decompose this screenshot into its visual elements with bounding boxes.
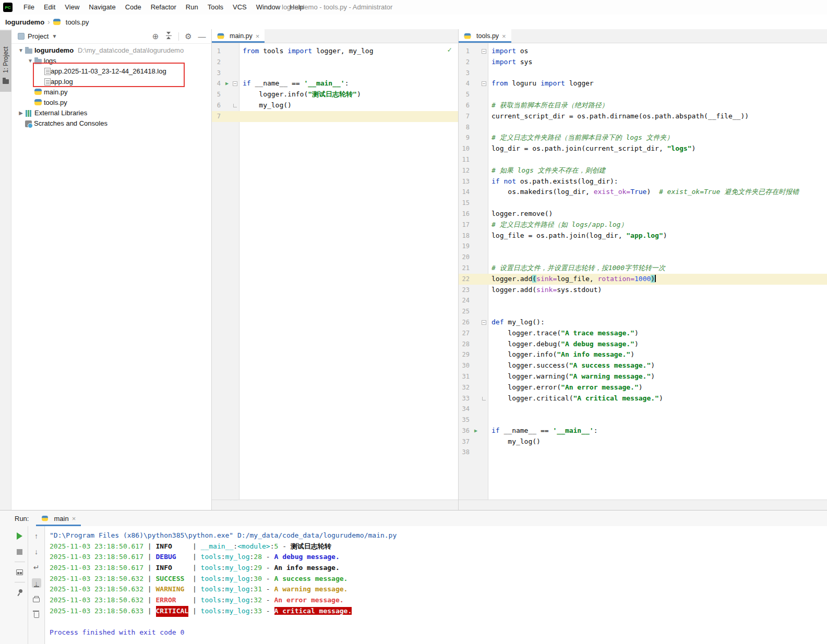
code-line-2[interactable]: 2import sys: [459, 57, 827, 68]
code-line-9[interactable]: 9# 定义日志文件夹路径（当前脚本目录下的 logs 文件夹）: [459, 132, 827, 143]
code-line-32[interactable]: 32 logger.error("An error message."): [459, 382, 827, 393]
fold-collapse-icon[interactable]: −: [482, 49, 486, 54]
close-icon[interactable]: ×: [502, 32, 506, 40]
gear-icon[interactable]: ⚙: [183, 32, 194, 41]
code-line-18[interactable]: 18log_file = os.path.join(log_dir, "app.…: [459, 230, 827, 241]
tool-window-project-label[interactable]: 1: Project: [2, 46, 9, 73]
code-line-33[interactable]: 33 logger.critical("A critical message."…: [459, 393, 827, 404]
clear-all-button[interactable]: [32, 610, 41, 619]
menu-code[interactable]: Code: [121, 0, 146, 15]
code-line-14[interactable]: 14 os.makedirs(log_dir, exist_ok=True) #…: [459, 187, 827, 198]
code-line-1[interactable]: 1from tools import logger, my_log: [212, 46, 458, 57]
tree-item-tools-py[interactable]: tools.py: [11, 97, 211, 107]
restore-layout-button[interactable]: [15, 567, 25, 577]
collapse-all-icon[interactable]: [164, 32, 174, 41]
chevron-down-icon[interactable]: ▼: [17, 47, 25, 53]
code-line-6[interactable]: 6 my_log(): [212, 100, 458, 111]
locate-file-icon[interactable]: ⊕: [150, 32, 161, 41]
code-line-19[interactable]: 19: [459, 241, 827, 252]
code-line-10[interactable]: 10log_dir = os.path.join(current_script_…: [459, 143, 827, 154]
fold-collapse-icon[interactable]: −: [233, 81, 237, 86]
tree-item-app-log[interactable]: app.log: [11, 76, 211, 87]
menu-refactor[interactable]: Refactor: [146, 0, 181, 15]
tree-item-scratches-and-consoles[interactable]: Scratches and Consoles: [11, 118, 211, 128]
code-line-36[interactable]: 36▶if __name__ == '__main__':: [459, 426, 827, 436]
chevron-down-icon[interactable]: ▼: [52, 33, 57, 39]
code-line-22[interactable]: 22logger.add(sink=log_file, rotation=100…: [459, 274, 827, 285]
code-line-3[interactable]: 3: [212, 68, 458, 79]
scroll-to-end-button[interactable]: ↓: [32, 578, 41, 588]
fold-end-icon[interactable]: [482, 397, 486, 400]
code-line-1[interactable]: 1−import os: [459, 46, 827, 57]
breadcrumb-project[interactable]: logurudemo: [5, 18, 44, 26]
menu-edit[interactable]: Edit: [39, 0, 60, 15]
code-line-13[interactable]: 13if not os.path.exists(log_dir):: [459, 176, 827, 187]
chevron-right-icon[interactable]: ▶: [17, 110, 25, 116]
console-output[interactable]: "D:\Program Files (x86)\python385\python…: [45, 526, 827, 644]
menu-view[interactable]: View: [60, 0, 84, 15]
tree-item-main-py[interactable]: main.py: [11, 87, 211, 97]
code-line-15[interactable]: 15: [459, 198, 827, 209]
code-line-29[interactable]: 29 logger.info("An info message."): [459, 349, 827, 360]
run-line-icon[interactable]: ▶: [471, 426, 481, 436]
code-line-6[interactable]: 6# 获取当前脚本所在目录（绝对路径）: [459, 100, 827, 111]
code-line-38[interactable]: 38: [459, 447, 827, 458]
code-line-7[interactable]: 7: [212, 111, 458, 122]
fold-collapse-icon[interactable]: −: [482, 320, 486, 325]
rerun-button[interactable]: [15, 531, 25, 541]
pin-button[interactable]: [15, 588, 25, 597]
code-area-tools[interactable]: 1−import os2import sys34−from loguru imp…: [459, 43, 827, 500]
code-line-16[interactable]: 16logger.remove(): [459, 209, 827, 220]
code-line-4[interactable]: 4−from loguru import logger: [459, 78, 827, 89]
code-line-8[interactable]: 8: [459, 122, 827, 133]
run-tab-main[interactable]: main ×: [36, 511, 81, 526]
down-stacktrace-button[interactable]: ↓: [32, 547, 41, 556]
code-line-35[interactable]: 35: [459, 415, 827, 426]
code-line-37[interactable]: 37 my_log(): [459, 436, 827, 447]
menu-tools[interactable]: Tools: [203, 0, 228, 15]
tree-item-app-2025-11-03-23-12-44-261418-log[interactable]: app.2025-11-03_23-12-44_261418.log: [11, 66, 211, 76]
tab-main-py[interactable]: main.py ×: [212, 29, 265, 43]
code-line-11[interactable]: 11: [459, 154, 827, 165]
menu-navigate[interactable]: Navigate: [84, 0, 120, 15]
code-line-30[interactable]: 30 logger.success("A success message."): [459, 360, 827, 371]
code-line-24[interactable]: 24: [459, 295, 827, 306]
code-line-17[interactable]: 17# 定义日志文件路径（如 logs/app.log）: [459, 220, 827, 230]
code-line-12[interactable]: 12# 如果 logs 文件夹不存在，则创建: [459, 165, 827, 176]
menu-file[interactable]: File: [19, 0, 39, 15]
fold-end-icon[interactable]: [233, 104, 237, 107]
code-line-2[interactable]: 2: [212, 57, 458, 68]
soft-wrap-button[interactable]: ↵: [32, 563, 41, 572]
tree-item-external-libraries[interactable]: ▶External Libraries: [11, 107, 211, 118]
print-button[interactable]: [32, 594, 41, 603]
code-area-main[interactable]: 1from tools import logger, my_log234▶−if…: [212, 43, 458, 500]
code-line-23[interactable]: 23logger.add(sink=sys.stdout): [459, 285, 827, 296]
code-line-5[interactable]: 5 logger.info("测试日志轮转"): [212, 89, 458, 100]
code-line-26[interactable]: 26−def my_log():: [459, 317, 827, 328]
code-line-7[interactable]: 7current_script_dir = os.path.dirname(os…: [459, 111, 827, 122]
code-line-31[interactable]: 31 logger.warning("A warning message."): [459, 371, 827, 382]
close-icon[interactable]: ×: [72, 515, 76, 523]
menu-run[interactable]: Run: [181, 0, 203, 15]
tab-tools-py[interactable]: tools.py ×: [459, 29, 511, 43]
tree-item-logs[interactable]: ▼logs: [11, 55, 211, 66]
run-line-icon[interactable]: ▶: [222, 78, 232, 89]
menu-window[interactable]: Window: [251, 0, 285, 15]
code-line-25[interactable]: 25: [459, 306, 827, 317]
code-line-5[interactable]: 5: [459, 89, 827, 100]
code-line-28[interactable]: 28 logger.debug("A debug message."): [459, 339, 827, 350]
code-line-27[interactable]: 27 logger.trace("A trace message."): [459, 328, 827, 339]
fold-collapse-icon[interactable]: −: [482, 81, 486, 86]
up-stacktrace-button[interactable]: ↑: [32, 531, 41, 541]
project-panel-title[interactable]: Project: [28, 32, 49, 40]
inspections-ok-icon[interactable]: ✓: [448, 45, 452, 54]
stop-button[interactable]: [15, 547, 25, 556]
code-line-34[interactable]: 34: [459, 404, 827, 415]
code-line-21[interactable]: 21# 设置日志文件，并设置日志轮转，按1000字节轮转一次: [459, 263, 827, 274]
menu-vcs[interactable]: VCS: [228, 0, 251, 15]
tree-item-logurudemo[interactable]: ▼logurudemoD:\my_data\code_data\logurude…: [11, 45, 211, 55]
chevron-down-icon[interactable]: ▼: [26, 58, 34, 64]
close-icon[interactable]: ×: [256, 32, 260, 40]
hide-panel-icon[interactable]: —: [197, 32, 207, 41]
code-line-3[interactable]: 3: [459, 68, 827, 79]
